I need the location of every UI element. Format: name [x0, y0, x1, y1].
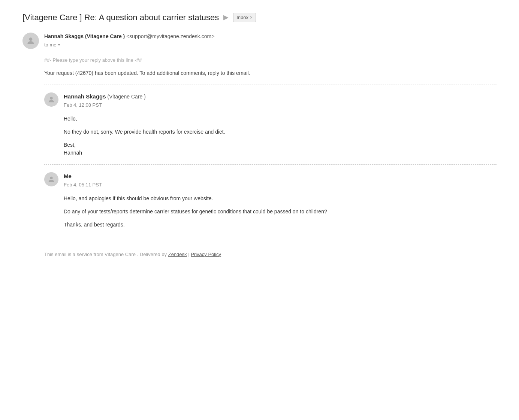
comment-content-1: Me Feb 4, 05:11 PST Hello, and apologies…: [64, 172, 327, 229]
comment-date-0: Feb 4, 12:08 PST: [64, 101, 225, 109]
footer-separator: |: [188, 252, 189, 257]
to-me-row: to me ▾: [44, 41, 497, 49]
comment-body-1: Hello, and apologies if this should be o…: [64, 195, 327, 229]
comment-body-0: Hello, No they do not, sorry. We provide…: [64, 115, 225, 157]
sender-info: Hannah Skaggs (Vitagene Care ) <support@…: [44, 33, 497, 49]
comment-para-1-1: Do any of your tests/reports determine c…: [64, 208, 327, 216]
inbox-label: Inbox: [236, 14, 248, 21]
tag-icon: ▶: [223, 12, 229, 22]
comment-avatar-0: [44, 92, 58, 107]
dropdown-arrow-icon[interactable]: ▾: [58, 42, 60, 48]
update-text: Your request (42670) has been updated. T…: [44, 69, 497, 77]
comment-author-sub-0: (Vitagene Care ): [107, 94, 145, 100]
svg-point-2: [50, 176, 52, 179]
zendesk-link[interactable]: Zendesk: [168, 252, 187, 257]
comment-meta-1: Me Feb 4, 05:11 PST: [64, 172, 327, 189]
privacy-policy-link[interactable]: Privacy Policy: [191, 252, 221, 257]
footer-text-before: This email is a service from Vitagene Ca…: [44, 252, 167, 257]
comment-para-0-0: Hello,: [64, 115, 225, 123]
sender-avatar: [22, 33, 39, 49]
email-body: ##- Please type your reply above this li…: [44, 57, 497, 258]
comment-block-1: Me Feb 4, 05:11 PST Hello, and apologies…: [44, 164, 497, 236]
inbox-close-icon[interactable]: ×: [250, 14, 253, 21]
comment-author-0: Hannah Skaggs: [64, 93, 106, 100]
sender-email: <support@myvitagene.zendesk.com>: [126, 33, 214, 39]
comment-date-1: Feb 4, 05:11 PST: [64, 181, 327, 189]
sender-name-row: Hannah Skaggs (Vitagene Care ) <support@…: [44, 33, 497, 40]
comment-para-0-2: Best,Hannah: [64, 141, 225, 157]
reply-hint: ##- Please type your reply above this li…: [44, 57, 497, 64]
svg-point-1: [50, 97, 52, 99]
comment-para-0-1: No they do not, sorry. We provide health…: [64, 128, 225, 136]
comment-author-1: Me: [64, 173, 72, 179]
email-header: [Vitagene Care ] Re: A question about ca…: [22, 11, 497, 24]
email-footer: This email is a service from Vitagene Ca…: [44, 244, 497, 258]
to-me-label: to me: [44, 41, 57, 49]
comment-para-1-0: Hello, and apologies if this should be o…: [64, 195, 327, 203]
svg-point-0: [29, 37, 33, 41]
email-subject: [Vitagene Care ] Re: A question about ca…: [22, 11, 219, 24]
inbox-badge: Inbox ×: [233, 13, 256, 22]
comment-content-0: Hannah Skaggs (Vitagene Care ) Feb 4, 12…: [64, 92, 225, 157]
sender-row: Hannah Skaggs (Vitagene Care ) <support@…: [22, 33, 497, 49]
comment-avatar-1: [44, 172, 58, 186]
sender-name: Hannah Skaggs (Vitagene Care ): [44, 33, 125, 39]
comment-block-0: Hannah Skaggs (Vitagene Care ) Feb 4, 12…: [44, 85, 497, 164]
comment-para-1-2: Thanks, and best regards.: [64, 221, 327, 229]
comment-meta-0: Hannah Skaggs (Vitagene Care ) Feb 4, 12…: [64, 92, 225, 109]
